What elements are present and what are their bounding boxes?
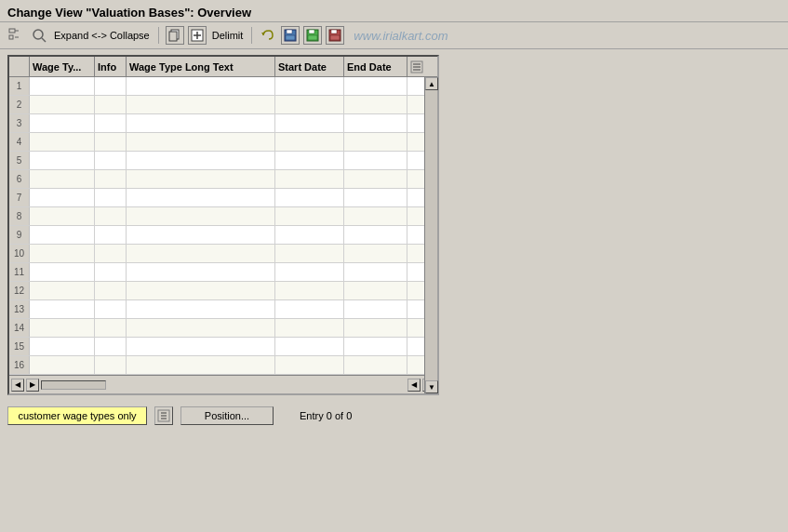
- customer-wage-types-label: customer wage types only: [18, 410, 136, 421]
- header-end-date: End Date: [344, 57, 407, 76]
- table-row: 5: [9, 152, 428, 170]
- scroll-up-button[interactable]: ▲: [425, 77, 438, 90]
- svg-rect-20: [330, 35, 340, 40]
- page-title: Change View "Valuation Bases": Overview: [7, 6, 781, 20]
- position-icon-btn[interactable]: [154, 406, 173, 425]
- toolbar: Expand <-> Collapse Delimit: [0, 22, 788, 49]
- delimit-button[interactable]: Delimit: [210, 29, 246, 42]
- expand-collapse-label: Expand <-> Collapse: [54, 30, 150, 41]
- header-wage-long: Wage Type Long Text: [127, 57, 275, 76]
- svg-rect-13: [287, 30, 292, 33]
- table-row: 12: [9, 282, 428, 300]
- svg-marker-11: [261, 33, 265, 35]
- svg-point-4: [33, 30, 43, 39]
- save-icon-2[interactable]: [303, 26, 322, 45]
- grid-header: Wage Ty... Info Wage Type Long Text Star…: [9, 57, 437, 77]
- save-icon-1[interactable]: [281, 26, 300, 45]
- table-row: 16: [9, 356, 428, 375]
- position-button[interactable]: Position...: [180, 406, 274, 425]
- table-row: 1: [9, 77, 428, 96]
- separator-1: [158, 27, 159, 44]
- svg-rect-7: [169, 32, 177, 41]
- grid-container: Wage Ty... Info Wage Type Long Text Star…: [7, 55, 439, 395]
- header-wage-type: Wage Ty...: [30, 57, 95, 76]
- table-row: 10: [9, 245, 428, 263]
- svg-rect-0: [9, 29, 15, 33]
- header-settings-icon[interactable]: [407, 57, 426, 76]
- table-row: 3: [9, 114, 428, 133]
- svg-rect-16: [309, 30, 314, 33]
- scroll-h-track[interactable]: [41, 380, 106, 390]
- scroll-down-button[interactable]: ▼: [425, 380, 438, 393]
- scroll-left-button[interactable]: ◀: [11, 379, 24, 392]
- toolbar-icon-2: [30, 26, 48, 45]
- delimit-label: Delimit: [212, 30, 244, 41]
- separator-2: [251, 27, 252, 44]
- new-entries-icon[interactable]: [188, 26, 207, 45]
- table-row: 4: [9, 133, 428, 152]
- header-info: Info: [95, 57, 127, 76]
- undo-icon[interactable]: [259, 26, 277, 45]
- title-bar: Change View "Valuation Bases": Overview: [0, 0, 788, 22]
- svg-rect-17: [308, 35, 317, 40]
- table-row: 7: [9, 189, 428, 207]
- svg-rect-19: [331, 30, 337, 33]
- vertical-scrollbar[interactable]: ▲ ▼: [424, 77, 437, 393]
- table-row: 2: [9, 96, 428, 114]
- table-row: 11: [9, 263, 428, 282]
- entry-count-label: Entry 0 of 0: [300, 410, 352, 421]
- bottom-bar: customer wage types only Position... Ent…: [0, 401, 788, 431]
- table-row: 6: [9, 170, 428, 189]
- customer-wage-types-button[interactable]: customer wage types only: [7, 406, 147, 425]
- toolbar-icon-1: [7, 26, 26, 45]
- table-row: 15: [9, 338, 428, 356]
- expand-collapse-button[interactable]: Expand <-> Collapse: [52, 29, 152, 42]
- table-row: 9: [9, 226, 428, 245]
- save-icon-3[interactable]: [326, 26, 344, 45]
- scroll-left-button-2[interactable]: ◀: [407, 379, 421, 392]
- scroll-right-button[interactable]: ▶: [26, 379, 39, 392]
- grid-body[interactable]: 1 2 3: [9, 77, 428, 375]
- watermark: www.irialkart.com: [354, 29, 447, 43]
- svg-rect-1: [9, 35, 13, 39]
- table-row: 13: [9, 300, 428, 319]
- table-row: 8: [9, 207, 428, 226]
- header-start-date: Start Date: [275, 57, 344, 76]
- header-row-num: [9, 57, 30, 76]
- entry-count: Entry 0 of 0: [300, 410, 352, 421]
- scroll-track-v: [425, 90, 437, 380]
- svg-rect-14: [286, 35, 295, 40]
- table-row: 14: [9, 319, 428, 338]
- position-label: Position...: [205, 410, 249, 421]
- grid-footer: ◀ ▶ ◀ ▶: [9, 375, 437, 393]
- svg-line-5: [42, 38, 46, 42]
- copy-icon[interactable]: [166, 26, 184, 45]
- content-area: Wage Ty... Info Wage Type Long Text Star…: [0, 49, 788, 401]
